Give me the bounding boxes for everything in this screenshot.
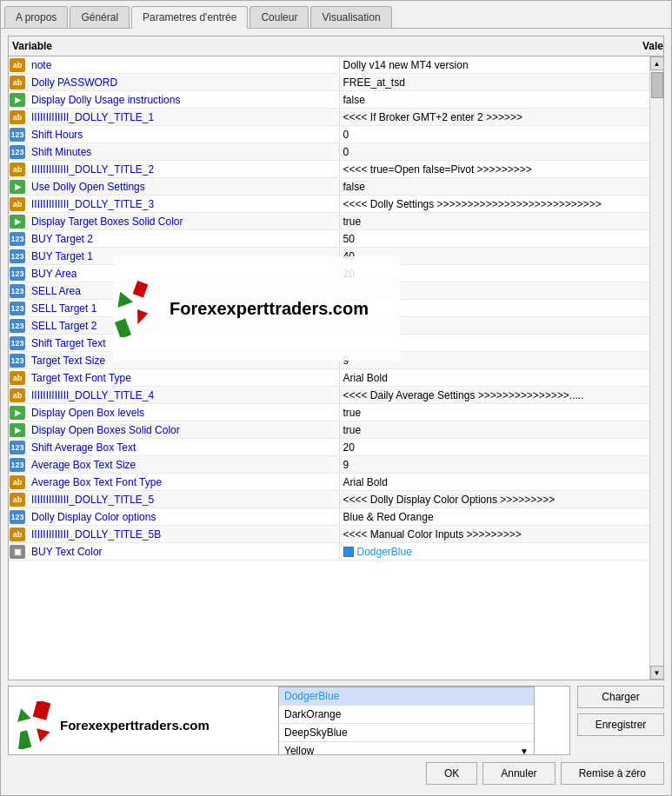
dropdown-item-dodgerblue[interactable]: DodgerBlue (279, 687, 534, 706)
footer-area: OK Annuler Remise à zéro (8, 762, 664, 788)
svg-marker-4 (16, 730, 31, 749)
remise-a-zero-button[interactable]: Remise à zéro (561, 762, 664, 785)
table-row[interactable]: abIIIIIIIIIIIII_DOLLY_TITLE_1<<<< If Bro… (9, 109, 649, 126)
table-row[interactable]: 123Target Text Size9 (9, 352, 649, 369)
scrollbar[interactable]: ▲ ▼ (649, 56, 663, 680)
row-name: BUY Text Color (28, 544, 339, 560)
table-row[interactable]: 123SELL Area (9, 282, 649, 300)
svg-marker-5 (16, 706, 31, 722)
table-row[interactable]: abAverage Box Text Font TypeArial Bold (9, 474, 649, 491)
row-name: BUY Target 2 (28, 231, 339, 247)
row-icon-123: 123 (10, 145, 25, 159)
row-value: false (339, 92, 650, 108)
row-value: <<<< If Broker GMT+2 enter 2 >>>>>> (339, 109, 650, 125)
table-row[interactable]: 123Average Box Text Size9 (9, 456, 649, 474)
table-row[interactable]: ▶Display Open Boxes Solid Colortrue (9, 421, 649, 439)
dropdown-item-darkorange[interactable]: DarkOrange (279, 706, 534, 724)
row-icon-123: 123 (10, 128, 25, 142)
table-row[interactable]: abIIIIIIIIIIIII_DOLLY_TITLE_5<<<< Dolly … (9, 491, 649, 508)
row-value: 20 (339, 440, 650, 455)
row-icon-ab: ab (10, 197, 25, 211)
row-value: Dolly v14 new MT4 version (339, 57, 650, 73)
tab-params[interactable]: Parametres d'entrée (131, 6, 248, 29)
row-icon-123: 123 (10, 336, 25, 350)
row-icon-123: 123 (10, 319, 25, 333)
tab-visualisation[interactable]: Visualisation (310, 6, 391, 28)
scrollbar-thumb[interactable] (651, 72, 663, 98)
row-value: FREE_at_tsd (339, 75, 650, 90)
row-name: Use Dolly Open Settings (28, 179, 339, 195)
scroll-up-btn[interactable]: ▲ (650, 56, 664, 70)
table-row[interactable]: ▶Display Target Boxes Solid Colortrue (9, 213, 649, 230)
table-row[interactable]: 123SELL Target 2 (9, 317, 649, 335)
table-row[interactable]: ▶Display Open Box levelstrue (9, 404, 649, 421)
row-name: Shift Minutes (28, 144, 339, 160)
table-row[interactable]: 123Shift Minutes0 (9, 143, 649, 161)
table-row[interactable]: ▶Display Dolly Usage instructionsfalse (9, 91, 649, 109)
row-name: SELL Area (28, 283, 339, 299)
row-name: IIIIIIIIIIIII_DOLLY_TITLE_5B (28, 527, 339, 542)
table-row[interactable]: 123Shift Hours0 (9, 126, 649, 143)
table-row[interactable]: abDolly PASSWORDFREE_at_tsd (9, 74, 649, 91)
table-row[interactable]: 123BUY Target 140 (9, 248, 649, 265)
dropdown-item-deepskyblue[interactable]: DeepSkyBlue (279, 724, 534, 742)
table-row[interactable]: abIIIIIIIIIIIII_DOLLY_TITLE_2<<<< true=O… (9, 161, 649, 178)
row-icon-ab: ab (10, 493, 25, 507)
row-icon-123: 123 (10, 458, 25, 472)
table-row[interactable]: abIIIIIIIIIIIII_DOLLY_TITLE_3<<<< Dolly … (9, 196, 649, 213)
row-value: 9 (339, 457, 650, 473)
table-row[interactable]: ▶Use Dolly Open Settingsfalse (9, 178, 649, 196)
table-row[interactable]: 123Shift Target Text (9, 335, 649, 352)
table-row[interactable]: abTarget Text Font TypeArial Bold (9, 369, 649, 387)
row-icon-123: 123 (10, 249, 25, 263)
row-name: Display Target Boxes Solid Color (28, 214, 339, 229)
row-name: Shift Hours (28, 127, 339, 143)
tab-couleur[interactable]: Couleur (250, 6, 309, 28)
table-row[interactable]: abIIIIIIIIIIIII_DOLLY_TITLE_4<<<< Daily … (9, 387, 649, 404)
row-value: true (339, 422, 650, 438)
row-name: IIIIIIIIIIIII_DOLLY_TITLE_5 (28, 492, 339, 507)
table-row[interactable]: 123BUY Area20 (9, 265, 649, 282)
row-name: Display Open Boxes Solid Color (28, 422, 339, 438)
row-name: Target Text Font Type (28, 370, 339, 386)
row-value: DodgerBlue (339, 544, 650, 560)
scroll-down-btn[interactable]: ▼ (650, 666, 664, 680)
table-row[interactable]: ▣BUY Text ColorDodgerBlue (9, 543, 649, 561)
row-icon-color: ▣ (10, 545, 25, 559)
tab-apropos[interactable]: A propos (4, 6, 68, 28)
table-body[interactable]: abnoteDolly v14 new MT4 versionabDolly P… (9, 56, 649, 680)
main-window: A propos Général Parametres d'entrée Cou… (0, 0, 672, 796)
row-name: Average Box Text Size (28, 457, 339, 473)
bottom-logo: Forexexperttraders.com (9, 696, 269, 754)
row-icon-ab: ab (10, 371, 25, 385)
table-row[interactable]: 123SELL Target 1 (9, 300, 649, 317)
table-row[interactable]: abnoteDolly v14 new MT4 version (9, 56, 649, 74)
logo-icon (16, 701, 55, 749)
annuler-button[interactable]: Annuler (482, 762, 555, 785)
table-row[interactable]: abIIIIIIIIIIIII_DOLLY_TITLE_5B<<<< Manua… (9, 526, 649, 543)
main-content: Variable Valeur abnoteDolly v14 new MT4 … (1, 29, 671, 795)
table-row[interactable]: 123BUY Target 250 (9, 230, 649, 248)
row-icon-123: 123 (10, 354, 25, 368)
row-value: <<<< Dolly Settings >>>>>>>>>>>>>>>>>>>>… (339, 196, 650, 212)
row-name: SELL Target 2 (28, 318, 339, 334)
ok-button[interactable]: OK (426, 762, 477, 785)
table-row[interactable]: 123Dolly Display Color optionsBlue & Red… (9, 508, 649, 526)
row-name: IIIIIIIIIIIII_DOLLY_TITLE_3 (28, 196, 339, 212)
dropdown-list[interactable]: DodgerBlue DarkOrange DeepSkyBlue Yellow… (278, 687, 535, 755)
dropdown-item-yellow[interactable]: Yellow ▼ (279, 742, 534, 755)
charger-button[interactable]: Charger (577, 686, 664, 708)
row-icon-arrow: ▶ (10, 215, 25, 229)
row-icon-ab: ab (10, 110, 25, 124)
bottom-area: DodgerBlue DarkOrange DeepSkyBlue Yellow… (8, 686, 664, 755)
row-value: <<<< Dolly Display Color Options >>>>>>>… (339, 492, 650, 507)
row-value (339, 324, 650, 328)
row-icon-arrow: ▶ (10, 93, 25, 107)
row-icon-123: 123 (10, 302, 25, 315)
tab-bar: A propos Général Parametres d'entrée Cou… (1, 1, 671, 29)
enregistrer-button[interactable]: Enregistrer (577, 713, 664, 736)
tab-general[interactable]: Général (70, 6, 130, 28)
header-value: Valeur (642, 40, 660, 52)
table-row[interactable]: 123Shift Average Box Text20 (9, 439, 649, 456)
row-name: Dolly PASSWORD (28, 75, 339, 90)
